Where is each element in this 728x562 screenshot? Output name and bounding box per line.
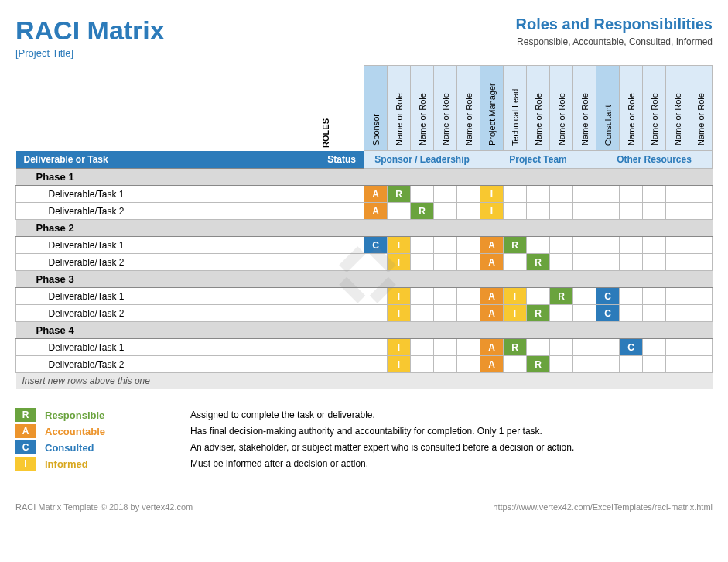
raci-cell: I [480,203,504,220]
status-header: Status [320,151,364,169]
phase-label: Phase 1 [30,169,713,186]
deliverable-header: Deliverable or Task [16,151,320,169]
raci-cell [689,186,713,203]
phase-label: Phase 3 [30,271,713,288]
raci-cell [434,254,457,271]
raci-cell [573,237,596,254]
raci-cell [573,288,596,305]
raci-cell: C [596,288,620,305]
task-row: Deliverable/Task 1ARI [16,186,713,203]
phase-label: Phase 4 [30,322,713,339]
raci-cell: A [480,339,504,356]
raci-cell: I [388,288,411,305]
legend-row: R Responsible Assigned to complete the t… [15,408,713,422]
raci-cell: R [504,237,527,254]
raci-cell [666,356,689,373]
raci-cell: I [388,356,411,373]
role-group-header: Sponsor / Leadership [364,151,480,169]
raci-cell [620,237,643,254]
task-row: Deliverable/Task 2IAIRC [16,305,713,322]
raci-cell: A [364,203,388,220]
raci-cell [504,356,527,373]
legend-label: Accountable [36,426,190,437]
role-header: Name or Role [457,66,480,151]
raci-cell [457,305,480,322]
raci-cell [689,339,713,356]
raci-cell: C [364,237,388,254]
raci-cell: A [480,288,504,305]
raci-cell [689,254,713,271]
legend-desc: Assigned to complete the task or deliver… [190,410,375,420]
raci-cell [666,254,689,271]
task-row: Deliverable/Task 1IAIRC [16,288,713,305]
raci-cell [411,237,434,254]
raci-cell [620,356,643,373]
raci-cell [620,254,643,271]
legend-label: Consulted [36,442,190,454]
raci-cell [620,305,643,322]
legend-desc: Must be informed after a decision or act… [190,458,368,469]
role-header: Technical Lead [504,66,527,151]
raci-cell [457,186,480,203]
role-header: Consultant [596,66,620,151]
raci-cell [550,339,573,356]
raci-cell [364,288,388,305]
task-name: Deliverable/Task 2 [44,356,320,373]
raci-cell [643,203,666,220]
task-status [320,305,364,322]
raci-cell [364,339,388,356]
role-header: Sponsor [364,66,388,151]
raci-cell [364,254,388,271]
raci-cell [573,356,596,373]
task-status [320,237,364,254]
legend-box: C [15,440,36,454]
page-title: RACI Matrix [15,15,165,46]
raci-cell [689,203,713,220]
raci-cell [527,203,550,220]
roles-subheading: Responsible, Accountable, Consulted, Inf… [515,36,713,47]
raci-cell [457,254,480,271]
raci-cell [434,288,457,305]
raci-cell: R [527,305,550,322]
raci-cell: R [504,339,527,356]
raci-cell [620,203,643,220]
raci-cell [527,237,550,254]
raci-cell [527,186,550,203]
task-name: Deliverable/Task 2 [44,254,320,271]
raci-cell: A [480,305,504,322]
raci-cell [411,339,434,356]
raci-cell: A [480,237,504,254]
task-status [320,339,364,356]
raci-cell [504,203,527,220]
task-row: Deliverable/Task 2IAR [16,254,713,271]
raci-cell [364,356,388,373]
raci-cell: A [480,254,504,271]
raci-cell [434,186,457,203]
raci-cell [411,186,434,203]
legend-desc: Has final decision-making authority and … [190,426,542,437]
role-header: Name or Role [643,66,666,151]
raci-cell [457,237,480,254]
raci-cell [388,203,411,220]
raci-cell [550,254,573,271]
raci-cell [620,186,643,203]
raci-cell [643,254,666,271]
raci-cell [434,356,457,373]
raci-cell [643,186,666,203]
raci-cell [643,305,666,322]
raci-cell [434,305,457,322]
raci-cell [527,339,550,356]
raci-cell [596,339,620,356]
role-header: Name or Role [689,66,713,151]
raci-cell [573,254,596,271]
role-header: Name or Role [388,66,411,151]
raci-cell [411,288,434,305]
raci-cell: R [527,356,550,373]
task-status [320,356,364,373]
raci-cell [364,305,388,322]
task-name: Deliverable/Task 1 [44,237,320,254]
footer-right: https://www.vertex42.com/ExcelTemplates/… [493,502,713,512]
raci-cell: I [388,254,411,271]
task-status [320,186,364,203]
raci-cell: I [480,186,504,203]
